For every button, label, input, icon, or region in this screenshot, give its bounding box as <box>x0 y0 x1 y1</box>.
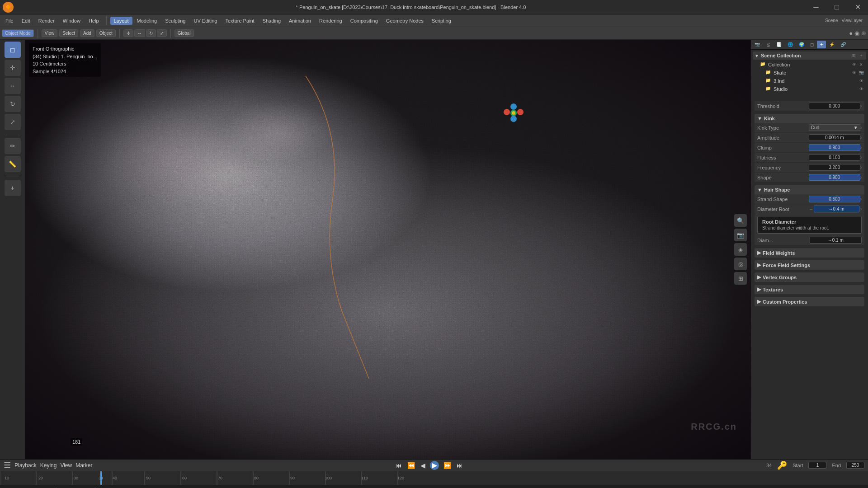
kink-type-dropdown[interactable]: Curl ▼ <box>809 124 860 131</box>
object-mode-dropdown[interactable]: Object Mode <box>2 29 34 37</box>
menu-modeling[interactable]: Modeling <box>133 17 161 25</box>
maximize-button[interactable]: □ <box>826 0 847 14</box>
eye-icon-studio[interactable]: 👁 <box>858 86 864 92</box>
eye-icon-collection[interactable]: 👁 <box>851 61 857 68</box>
start-frame[interactable]: 1 <box>808 462 826 469</box>
clump-expand[interactable]: › <box>860 145 862 150</box>
threshold-expand[interactable]: › <box>860 103 862 108</box>
sidebar-add-object[interactable]: + <box>5 180 21 196</box>
scale-tool[interactable]: ⤢ <box>157 29 167 37</box>
collection-item-collection[interactable]: 📁 Collection 👁 ✕ <box>753 61 866 69</box>
zoom-in-icon[interactable]: 🔍 <box>734 214 747 227</box>
timeline-keyframe-icon[interactable]: 🔑 <box>777 460 787 470</box>
playback-menu[interactable]: Playback <box>14 462 37 469</box>
sidebar-select-tool[interactable]: ◻ <box>5 42 21 58</box>
viewport[interactable]: Front Orthographic (34) Studio | 1. Peng… <box>25 40 750 459</box>
viewport-shading-icon[interactable]: ● <box>849 30 853 37</box>
tab-physics[interactable]: ⚡ <box>826 41 837 48</box>
object-menu[interactable]: Object <box>96 29 116 37</box>
menu-compositing[interactable]: Compositing <box>347 17 382 25</box>
menu-rendering[interactable]: Rendering <box>316 17 346 25</box>
menu-help[interactable]: Help <box>85 17 103 25</box>
play-button[interactable]: ▶ <box>430 461 439 470</box>
keying-menu[interactable]: Keying <box>40 462 57 469</box>
menu-geometry-nodes[interactable]: Geometry Nodes <box>382 17 427 25</box>
sidebar-move-tool[interactable]: ↔ <box>5 78 21 94</box>
shape-value[interactable]: 0.900 <box>809 174 860 181</box>
sidebar-cursor-tool[interactable]: ✛ <box>5 60 21 76</box>
tab-particles[interactable]: ✦ <box>817 41 826 48</box>
vertex-groups-header[interactable]: ▶ Vertex Groups <box>755 272 864 282</box>
menu-scripting[interactable]: Scripting <box>428 17 455 25</box>
diameter-tip-value[interactable]: →0.1 m <box>810 237 862 244</box>
end-frame[interactable]: 250 <box>846 462 864 469</box>
frequency-expand[interactable]: › <box>860 165 862 170</box>
eye-icon-skate[interactable]: 👁 <box>851 70 857 76</box>
menu-window[interactable]: Window <box>59 17 84 25</box>
render-preview-icon[interactable]: ◈ <box>734 243 747 256</box>
tab-constraints[interactable]: 🔗 <box>838 41 849 48</box>
menu-animation[interactable]: Animation <box>285 17 315 25</box>
tab-output[interactable]: 🖨 <box>763 41 773 48</box>
flatness-value[interactable]: 0.100 <box>809 154 860 161</box>
transform-pivot[interactable]: Global <box>175 29 194 37</box>
force-field-header[interactable]: ▶ Force Field Settings <box>755 260 864 270</box>
add-menu[interactable]: Add <box>80 29 94 37</box>
kink-header[interactable]: ▼ Kink <box>755 114 864 123</box>
tab-view-layer[interactable]: 📑 <box>774 41 784 48</box>
menu-shading[interactable]: Shading <box>259 17 284 25</box>
tab-scene[interactable]: 🌐 <box>785 41 796 48</box>
move-tool[interactable]: ↔ <box>134 29 145 37</box>
menu-layout[interactable]: Layout <box>110 17 132 25</box>
prev-keyframe-button[interactable]: ⏪ <box>407 462 415 469</box>
collection-item-ind[interactable]: 📁 3.Ind 👁 <box>753 77 866 85</box>
collection-filter-icon[interactable]: ⊞ <box>851 52 857 59</box>
grid-icon[interactable]: ⊞ <box>734 272 747 285</box>
diameter-minus-icon[interactable]: − <box>810 206 813 212</box>
view-menu[interactable]: View <box>42 29 58 37</box>
render-icon-skate[interactable]: 📷 <box>858 70 864 76</box>
close-button[interactable]: ✕ <box>847 0 868 14</box>
menu-render[interactable]: Render <box>35 17 58 25</box>
tab-object[interactable]: ◻ <box>807 41 816 48</box>
timeline-menu-icon[interactable]: ☰ <box>4 460 11 470</box>
play-reverse-button[interactable]: ◀ <box>420 462 425 469</box>
jump-start-button[interactable]: ⏮ <box>396 462 402 469</box>
collection-item-skate[interactable]: 📁 Skate 👁 📷 <box>753 69 866 77</box>
viewport-overlay-icon[interactable]: ◉ <box>854 30 859 37</box>
diameter-arrow-icon[interactable]: › <box>860 206 862 211</box>
collection-item-studio[interactable]: 📁 Studio 👁 <box>753 85 866 93</box>
frequency-value[interactable]: 3.200 <box>809 164 860 171</box>
kink-type-expand[interactable]: › <box>860 125 862 130</box>
materials-icon[interactable]: ◎ <box>734 258 747 270</box>
field-weights-header[interactable]: ▶ Field Weights <box>755 248 864 258</box>
shape-expand[interactable]: › <box>860 175 862 180</box>
jump-end-button[interactable]: ⏭ <box>457 462 463 469</box>
timeline-bar[interactable]: 10 20 30 34 40 50 60 70 80 90 <box>0 471 868 485</box>
sidebar-annotate-tool[interactable]: ✏ <box>5 138 21 154</box>
hair-shape-header[interactable]: ▼ Hair Shape <box>755 185 864 194</box>
marker-menu[interactable]: Marker <box>75 462 92 469</box>
view-menu-timeline[interactable]: View <box>60 462 72 469</box>
strand-shape-value[interactable]: 0.500 <box>809 196 860 202</box>
minimize-button[interactable]: ─ <box>806 0 826 14</box>
clump-value[interactable]: 0.900 <box>809 144 860 151</box>
menu-uv-editing[interactable]: UV Editing <box>190 17 221 25</box>
collection-add-icon[interactable]: + <box>858 52 864 59</box>
diameter-root-value[interactable]: →0.4 m <box>814 206 859 212</box>
camera-icon[interactable]: 📷 <box>734 229 747 241</box>
flatness-expand[interactable]: › <box>860 155 862 160</box>
custom-properties-header[interactable]: ▶ Custom Properties <box>755 297 864 306</box>
sidebar-rotate-tool[interactable]: ↻ <box>5 96 21 112</box>
sidebar-measure-tool[interactable]: 📏 <box>5 156 21 172</box>
select-menu[interactable]: Select <box>59 29 78 37</box>
amplitude-value[interactable]: 0.0014 m <box>809 134 860 141</box>
gizmo-toggle[interactable]: ⊕ <box>861 30 866 37</box>
menu-texture-paint[interactable]: Texture Paint <box>222 17 258 25</box>
tab-render[interactable]: 📷 <box>752 41 763 48</box>
sidebar-scale-tool[interactable]: ⤢ <box>5 114 21 130</box>
amplitude-expand[interactable]: › <box>860 135 862 140</box>
cursor-tool[interactable]: ✛ <box>123 29 133 37</box>
menu-edit[interactable]: Edit <box>18 17 34 25</box>
textures-header[interactable]: ▶ Textures <box>755 285 864 294</box>
